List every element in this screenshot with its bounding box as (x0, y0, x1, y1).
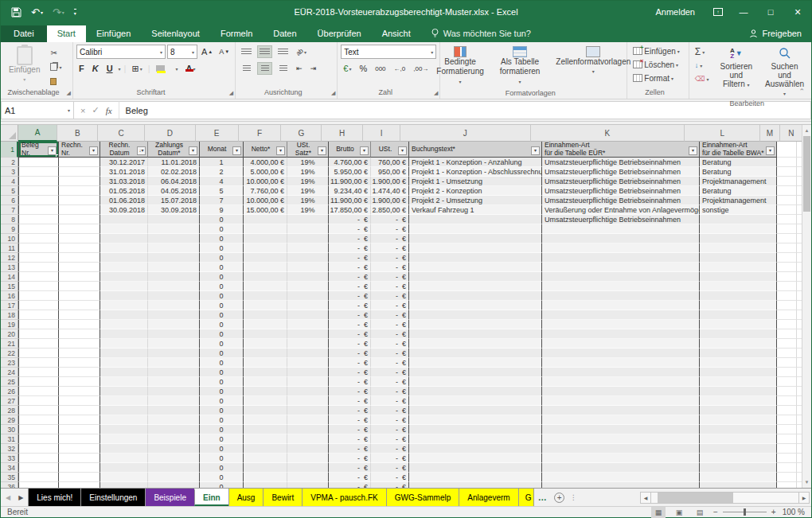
cell-B22[interactable] (59, 349, 100, 358)
cell-F6[interactable]: 10.000,00 € (244, 196, 287, 205)
cell-I20[interactable]: - € (371, 329, 409, 339)
column-header-D[interactable]: D (145, 125, 196, 142)
sheet-nav-right-icon[interactable]: ▶ (18, 494, 23, 501)
cell-G2[interactable]: 19% (287, 158, 329, 167)
cell-A23[interactable] (18, 358, 59, 368)
cell-G20[interactable] (287, 329, 329, 339)
cell-C12[interactable] (100, 253, 148, 263)
cell-F22[interactable] (244, 349, 287, 358)
cell-E6[interactable]: 7 (200, 196, 244, 205)
cell-J11[interactable] (409, 243, 542, 253)
cell-J26[interactable] (409, 387, 542, 396)
cell-M28[interactable] (777, 406, 797, 415)
cell-E17[interactable]: 0 (200, 301, 244, 310)
font-dialog-launcher[interactable]: ◢ (229, 90, 233, 96)
cell-F1[interactable]: Netto*▾ (244, 142, 287, 158)
cell-C20[interactable] (100, 329, 148, 339)
cell-B16[interactable] (59, 291, 100, 301)
cell-H19[interactable]: - € (329, 320, 371, 329)
cell-M31[interactable] (777, 434, 797, 444)
cell-M1[interactable] (777, 142, 797, 158)
zoom-thumb[interactable] (744, 508, 746, 516)
cell-F4[interactable]: 10.000,00 € (244, 177, 287, 186)
row-header-33[interactable]: 33 (1, 454, 18, 463)
cell-L20[interactable] (700, 329, 777, 339)
row-header-21[interactable]: 21 (1, 339, 18, 349)
font-size-select[interactable]: 8▾ (167, 45, 197, 59)
cell-F18[interactable] (244, 310, 287, 320)
align-top-icon[interactable] (239, 45, 254, 58)
cell-M11[interactable] (777, 243, 797, 253)
confirm-entry-icon[interactable]: ✓ (92, 105, 99, 115)
cell-J28[interactable] (409, 406, 542, 415)
cell-F29[interactable] (244, 415, 287, 425)
cell-D5[interactable]: 04.05.2018 (148, 186, 200, 196)
cell-A30[interactable] (18, 425, 59, 434)
cell-I34[interactable]: - € (371, 463, 409, 473)
cell-K8[interactable]: Umsatzsteuerpflichtige Betriebseinnahmen (542, 215, 700, 224)
page-break-view-icon[interactable]: ▤ (693, 507, 707, 518)
underline-button[interactable]: U (104, 64, 115, 73)
cell-C33[interactable] (100, 454, 148, 463)
cell-A7[interactable] (18, 205, 59, 215)
sheet-tab-vpma-pausch-fk[interactable]: VPMA - pausch.FK (302, 489, 386, 506)
cell-K1[interactable]: Einnahmen-Artfür die Tabelle EÜR*▾ (542, 142, 700, 158)
column-header-K[interactable]: K (531, 125, 685, 142)
cell-F31[interactable] (244, 434, 287, 444)
cell-B15[interactable] (59, 282, 100, 291)
row-header-11[interactable]: 11 (1, 243, 18, 253)
cell-F7[interactable]: 15.000,00 € (244, 205, 287, 215)
cell-L22[interactable] (700, 349, 777, 358)
cell-M25[interactable] (777, 377, 797, 387)
cell-L17[interactable] (700, 301, 777, 310)
cell-A19[interactable] (18, 320, 59, 329)
cell-H33[interactable]: - € (329, 454, 371, 463)
cell-L18[interactable] (700, 310, 777, 320)
cell-M27[interactable] (777, 396, 797, 406)
horizontal-scrollbar[interactable]: ◀ ▶ (640, 489, 811, 506)
cell-D27[interactable] (148, 396, 200, 406)
cell-G1[interactable]: USt.Satz*▾ (287, 142, 329, 158)
cell-J32[interactable] (409, 444, 542, 454)
cell-L25[interactable] (700, 377, 777, 387)
cell-styles-button[interactable]: Zellenformatvorlagen ▾ (551, 45, 635, 78)
cell-M29[interactable] (777, 415, 797, 425)
filter-button-E[interactable]: ▾ (232, 146, 241, 155)
cell-B24[interactable] (59, 368, 100, 377)
row-header-34[interactable]: 34 (1, 463, 18, 473)
decrease-indent-icon[interactable]: ⇤ (294, 64, 305, 72)
cell-B6[interactable] (59, 196, 100, 205)
cell-D34[interactable] (148, 463, 200, 473)
cell-E7[interactable]: 9 (200, 205, 244, 215)
cell-C31[interactable] (100, 434, 148, 444)
cell-J14[interactable] (409, 272, 542, 282)
cell-E16[interactable]: 0 (200, 291, 244, 301)
cell-H30[interactable]: - € (329, 425, 371, 434)
number-format-select[interactable]: Text▾ (341, 45, 436, 59)
name-box[interactable]: A1▾ (1, 101, 74, 119)
cell-D1[interactable]: ZahlungsDatum*▾ (148, 142, 200, 158)
cell-G7[interactable]: 19% (287, 205, 329, 215)
cell-C35[interactable] (100, 473, 148, 482)
cell-M3[interactable] (777, 167, 797, 177)
cell-G8[interactable] (287, 215, 329, 224)
cell-G31[interactable] (287, 434, 329, 444)
cell-F36[interactable] (244, 482, 287, 488)
cell-F11[interactable] (244, 243, 287, 253)
cell-K3[interactable]: Umsatzsteuerpflichtige Betriebseinnahmen (542, 167, 700, 177)
cell-A24[interactable] (18, 368, 59, 377)
cell-F2[interactable]: 4.000,00 € (244, 158, 287, 167)
cell-L34[interactable] (700, 463, 777, 473)
column-header-H[interactable]: H (322, 125, 363, 142)
cell-K16[interactable] (542, 291, 700, 301)
cell-K15[interactable] (542, 282, 700, 291)
cell-H25[interactable]: - € (329, 377, 371, 387)
cell-D15[interactable] (148, 282, 200, 291)
cell-C30[interactable] (100, 425, 148, 434)
cell-G32[interactable] (287, 444, 329, 454)
cell-I22[interactable]: - € (371, 349, 409, 358)
cell-J23[interactable] (409, 358, 542, 368)
cell-F13[interactable] (244, 263, 287, 272)
cell-J27[interactable] (409, 396, 542, 406)
cell-E1[interactable]: Monat▾ (200, 142, 244, 158)
